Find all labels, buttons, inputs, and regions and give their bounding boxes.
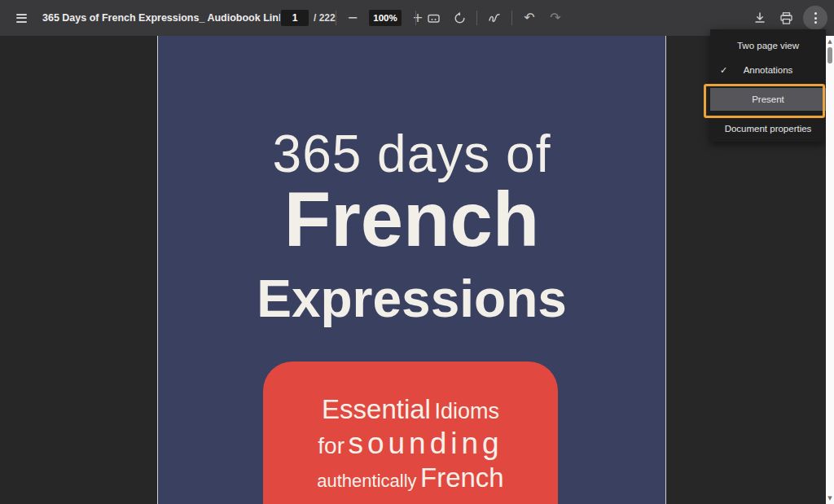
- zoom-level-input[interactable]: 100%: [369, 10, 402, 26]
- pdf-viewer-window: 365 Days of French Expressions_ Audioboo…: [0, 0, 834, 504]
- scroll-down-button[interactable]: ▼: [826, 494, 834, 502]
- page-count-label: / 222: [314, 12, 336, 24]
- fit-to-page-button[interactable]: [424, 7, 442, 29]
- rotate-icon: [453, 11, 467, 25]
- page-navigation: / 222: [281, 0, 336, 36]
- page-number-input[interactable]: [281, 10, 309, 26]
- undo-button[interactable]: ↶: [520, 7, 538, 29]
- undo-icon: ↶: [524, 11, 534, 24]
- scroll-up-button[interactable]: ▲: [826, 37, 834, 46]
- zoom-out-button[interactable]: −: [344, 7, 362, 29]
- menu-toggle-button[interactable]: [8, 0, 34, 36]
- menu-item-annotations[interactable]: ✓Annotations: [710, 59, 826, 81]
- more-options-button[interactable]: [803, 6, 827, 30]
- draw-icon: [487, 11, 502, 25]
- badge-line2: for sounding: [263, 427, 558, 461]
- more-options-menu: Two page view ✓Annotations Present Docum…: [710, 29, 826, 142]
- menu-item-present[interactable]: Present: [710, 88, 826, 111]
- view-tools: ↶ ↷: [415, 0, 564, 36]
- rotate-button[interactable]: [450, 7, 468, 29]
- redo-icon: ↷: [550, 11, 560, 24]
- badge-line1: Essential Idioms: [263, 392, 558, 427]
- toolbar-divider: [476, 11, 477, 25]
- scrollbar-track[interactable]: ▲ ▼: [826, 36, 834, 504]
- menu-item-document-properties[interactable]: Document properties: [710, 117, 826, 140]
- cover-title-line3: Expressions: [158, 269, 665, 329]
- cover-badge: Essential Idioms for sounding authentica…: [263, 362, 558, 504]
- viewer-canvas: 365 days of French Expressions Essential…: [0, 36, 834, 504]
- pdf-toolbar: 365 Days of French Expressions_ Audioboo…: [0, 0, 834, 36]
- draw-button[interactable]: [485, 7, 503, 29]
- toolbar-divider: [336, 11, 336, 25]
- zoom-controls: − 100% +: [336, 0, 427, 36]
- download-icon: [753, 11, 766, 24]
- scroll-down-icon: ▼: [827, 495, 832, 502]
- kebab-icon: [814, 12, 817, 24]
- pdf-page: 365 days of French Expressions Essential…: [157, 36, 666, 504]
- menu-item-two-page-view[interactable]: Two page view: [710, 34, 826, 57]
- cover-title-line1: 365 days of: [158, 124, 665, 184]
- redo-button[interactable]: ↷: [546, 7, 564, 29]
- fit-to-page-icon: [427, 11, 441, 25]
- print-icon: [779, 11, 793, 25]
- scroll-up-icon: ▲: [827, 38, 832, 45]
- print-button[interactable]: [777, 7, 795, 29]
- toolbar-divider: [415, 11, 416, 25]
- badge-line3: authentically French: [263, 461, 558, 495]
- scrollbar-thumb[interactable]: [827, 47, 832, 64]
- hamburger-icon: [16, 14, 27, 23]
- cover-title-line2: French: [158, 176, 665, 264]
- document-title: 365 Days of French Expressions_ Audioboo…: [42, 0, 280, 36]
- check-icon: ✓: [720, 59, 727, 81]
- download-button[interactable]: [751, 7, 769, 29]
- toolbar-divider: [511, 11, 512, 25]
